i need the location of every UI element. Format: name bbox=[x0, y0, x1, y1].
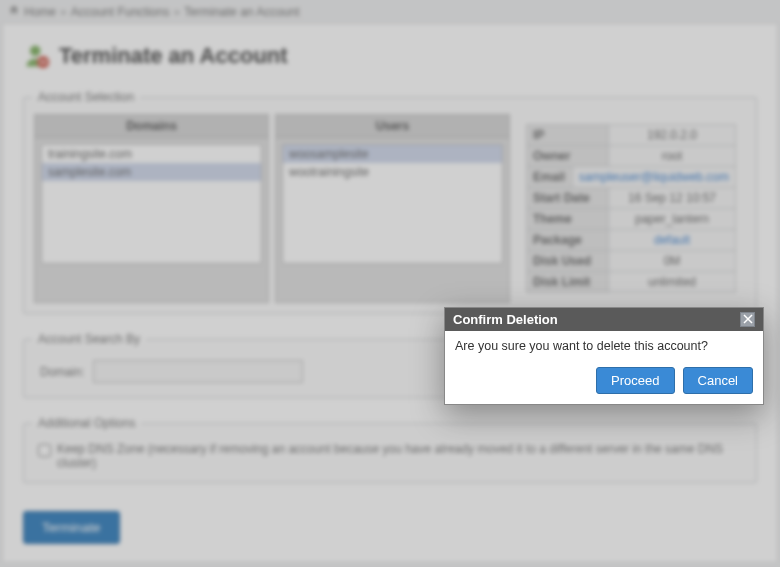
dialog-title: Confirm Deletion bbox=[453, 312, 558, 327]
modal-overlay bbox=[0, 0, 780, 567]
dialog-proceed-button[interactable]: Proceed bbox=[596, 367, 674, 394]
dialog-close-button[interactable] bbox=[740, 312, 755, 327]
confirm-deletion-dialog: Confirm Deletion Are you sure you want t… bbox=[444, 307, 764, 405]
dialog-cancel-button[interactable]: Cancel bbox=[683, 367, 753, 394]
dialog-message: Are you sure you want to delete this acc… bbox=[445, 331, 763, 361]
